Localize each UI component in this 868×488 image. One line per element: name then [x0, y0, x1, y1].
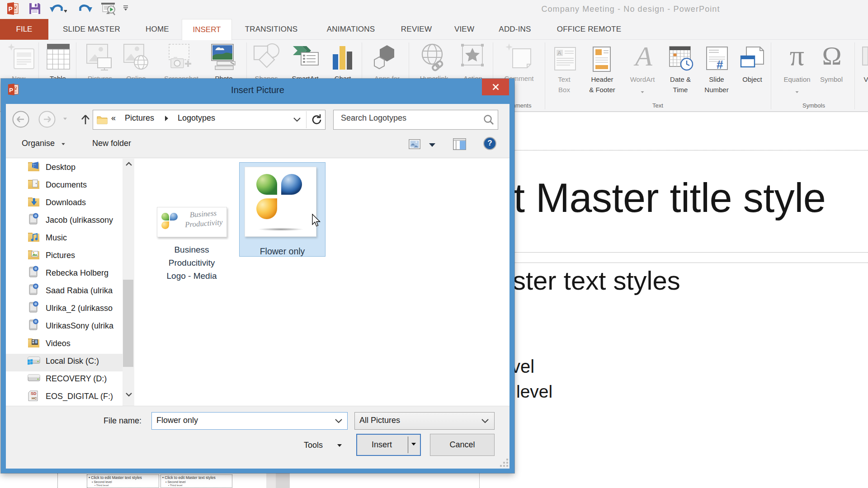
svg-text:P: P: [9, 87, 13, 94]
svg-text:SD: SD: [31, 391, 37, 396]
svg-text:P: P: [9, 5, 13, 13]
svg-text:#: #: [717, 58, 723, 71]
svg-text:A: A: [557, 50, 561, 56]
svg-text:HC: HC: [32, 396, 37, 400]
